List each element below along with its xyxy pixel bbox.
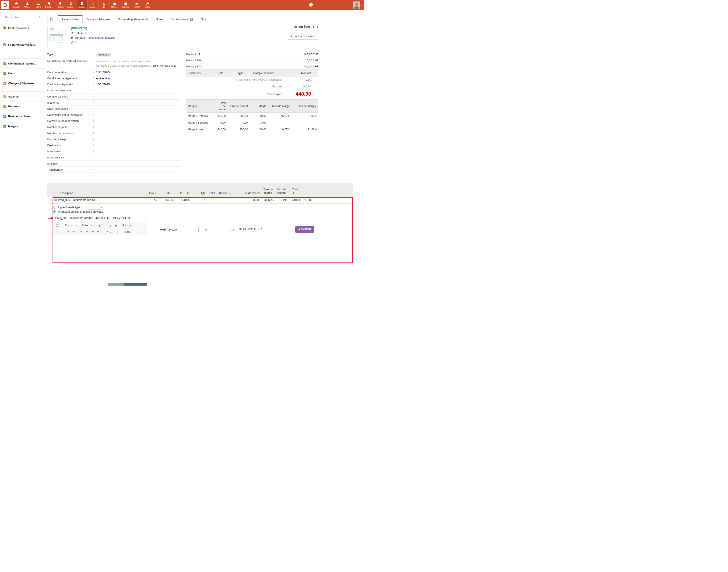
topnav-item[interactable]: Banqu… — [87, 0, 98, 10]
edit-icon[interactable]: ✎ — [85, 31, 87, 35]
unlink-icon[interactable] — [109, 230, 114, 234]
editor-content[interactable] — [53, 235, 147, 286]
delete-line-icon[interactable] — [309, 199, 312, 202]
price-ht-input[interactable] — [166, 227, 178, 232]
radio-free-line[interactable] — [53, 206, 56, 209]
outdent-icon[interactable] — [66, 230, 71, 234]
strikethrough-button[interactable]: S — [113, 223, 118, 228]
edit-icon[interactable]: ✎ — [92, 126, 95, 129]
edit-discount-icon[interactable]: ✎ — [228, 192, 231, 195]
sidebar-item[interactable] — [0, 53, 45, 54]
align-left-icon[interactable] — [79, 230, 84, 234]
edit-icon[interactable]: ✎ — [92, 168, 95, 171]
cost-price-select[interactable]: Prix de revient: … ▾ — [237, 227, 262, 230]
topnav-item[interactable]: GRH — [98, 0, 109, 10]
topnav-item[interactable]: Adhér… — [22, 0, 33, 10]
size-dropdown[interactable]: Taille ▾ — [80, 223, 93, 228]
italic-button[interactable]: I — [102, 223, 107, 228]
quantity-input[interactable] — [198, 227, 208, 232]
edit-icon[interactable]: ✎ — [92, 71, 95, 74]
tab[interactable]: Contacts/Adresses — [83, 15, 114, 23]
sidebar-item-commandes-facturables[interactable]: Commandes factura… — [0, 61, 45, 66]
edit-icon[interactable]: ✎ — [92, 150, 95, 153]
justify-icon[interactable] — [96, 230, 101, 234]
topnav-item[interactable]: Outils — [142, 0, 153, 10]
maximize-icon[interactable] — [55, 223, 60, 228]
source-button[interactable]: Source — [118, 230, 132, 234]
edit-icon[interactable]: ✎ — [92, 101, 95, 104]
add-line-button[interactable]: AJOUTER — [295, 226, 314, 233]
sidebar-item-factures-fournisseur[interactable]: Factures fournisseur — [0, 42, 45, 48]
chevron-down-icon[interactable]: ▾ — [361, 4, 362, 6]
topnav-item[interactable]: Tiers — [33, 0, 44, 10]
remove-format-button[interactable]: Tx — [127, 223, 132, 228]
sidebar-item[interactable] — [0, 51, 45, 53]
bold-button[interactable]: B — [97, 223, 102, 228]
underline-button[interactable]: U — [108, 223, 113, 228]
bullet-list-icon[interactable] — [60, 230, 65, 234]
format-dropdown[interactable]: Format ▾ — [63, 223, 79, 228]
edit-icon[interactable]: ✎ — [92, 113, 95, 117]
next-icon[interactable]: › — [317, 24, 318, 28]
edit-icon[interactable]: ✎ — [92, 138, 95, 141]
sidebar-item-dons[interactable]: Dons — [0, 71, 45, 76]
discount-input[interactable] — [220, 227, 231, 232]
tab[interactable]: Facture client — [58, 15, 83, 23]
sidebar-item[interactable] — [0, 32, 45, 34]
edit-icon[interactable]: ✎ — [92, 162, 95, 165]
sidebar-item-paiements-divers[interactable]: Paiements divers — [0, 114, 45, 119]
edit-icon[interactable]: ✎ — [92, 77, 95, 80]
topnav-item[interactable]: Agenda — [120, 0, 131, 10]
sidebar-item[interactable] — [0, 86, 45, 88]
edit-icon[interactable]: ✎ — [92, 144, 95, 147]
tab[interactable]: Fichiers joints 1 — [167, 15, 197, 23]
tab[interactable]: Notes — [152, 15, 167, 23]
indent-icon[interactable] — [71, 230, 76, 234]
price-ttc-input[interactable] — [182, 227, 194, 232]
edit-icon[interactable]: ✎ — [92, 89, 95, 92]
sidebar-item[interactable] — [0, 49, 45, 51]
chevron-down-icon[interactable]: ▾ — [39, 15, 40, 18]
dolibarr-logo[interactable]: D — [1, 1, 9, 9]
edit-vat-icon[interactable]: ✎ — [154, 192, 157, 195]
free-line-type-select[interactable]: ▾ — [88, 205, 103, 210]
topnav-item[interactable]: Comm… — [66, 0, 76, 10]
sidebar-item[interactable] — [0, 88, 45, 89]
sidebar-item-emprunts[interactable]: Emprunts — [0, 103, 45, 109]
sidebar-item-marges[interactable]: Marges — [0, 123, 45, 129]
topnav-item[interactable]: Projets — [55, 0, 66, 10]
sidebar-item[interactable] — [0, 36, 45, 38]
edit-icon[interactable]: ✎ — [92, 156, 95, 159]
numbered-list-icon[interactable]: 123 — [55, 230, 60, 234]
topnav-item[interactable]: Docu… — [109, 0, 120, 10]
product-link[interactable]: Prod_006 — [58, 198, 70, 202]
edit-line-icon[interactable]: ✎ — [304, 198, 306, 202]
edit-fixed-discounts-link[interactable]: (Editer remises fixes) — [151, 64, 177, 67]
text-color-button[interactable]: A ▾ — [122, 223, 127, 228]
back-to-list-link[interactable]: Retour liste — [294, 25, 310, 28]
sidebar-item[interactable] — [0, 38, 45, 39]
edit-icon[interactable]: ✎ — [92, 95, 95, 98]
edit-icon[interactable]: ✎ — [92, 132, 95, 135]
edit-icon[interactable]: ✎ — [92, 119, 95, 123]
topnav-item[interactable]: Accueil — [11, 0, 22, 10]
tab-invoice-icon[interactable] — [47, 15, 56, 23]
sidebar-item-factures-clients[interactable]: Factures clients — [0, 25, 45, 31]
align-right-icon[interactable] — [90, 230, 95, 234]
tab[interactable]: Ordres de prélèvements — [114, 15, 152, 23]
tab[interactable]: Suivi — [197, 15, 211, 23]
sidebar-item[interactable] — [0, 48, 45, 49]
invoice-thumbnail[interactable] — [47, 26, 65, 47]
edit-icon[interactable]: ✎ — [92, 83, 95, 86]
topnav-item[interactable]: Tickets — [131, 0, 142, 10]
edit-project-icon[interactable]: ✎ — [75, 41, 77, 44]
edit-icon[interactable]: ✎ — [92, 107, 95, 110]
thirdparty-link[interactable]: Renaud Franck (Autres factures) — [75, 36, 116, 39]
sidebar-item[interactable] — [0, 31, 45, 32]
search-input[interactable] — [3, 14, 42, 20]
align-center-icon[interactable] — [85, 230, 90, 234]
sidebar-item-salaires[interactable]: Salaires — [0, 94, 45, 99]
product-select[interactable]: Prod_006 - Imprimante HP 403 - 440 CHF H… — [53, 215, 147, 221]
topnav-item[interactable]: Produi… — [44, 0, 55, 10]
previous-icon[interactable]: ‹ — [313, 24, 314, 28]
